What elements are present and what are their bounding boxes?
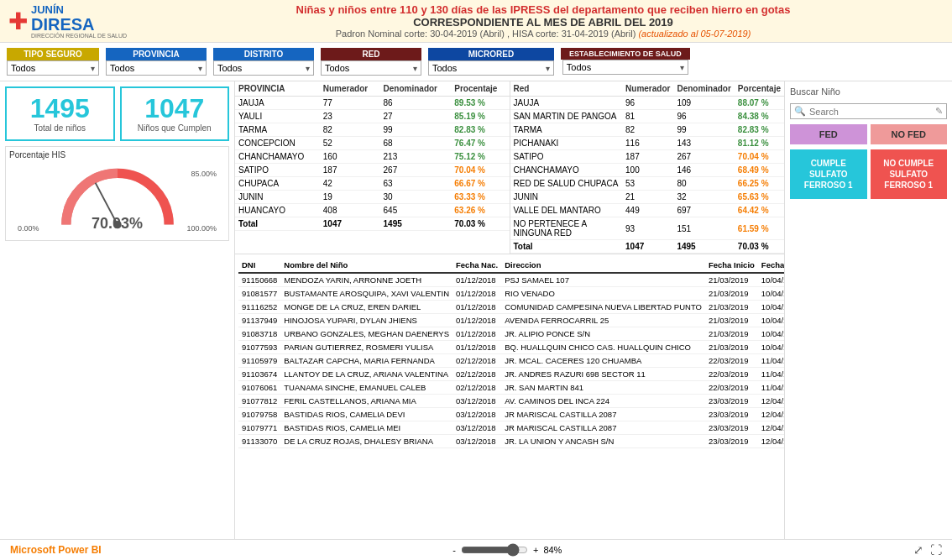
table-row: 91077812FERIL CASTELLANOS, ARIANA MIA03/… xyxy=(238,395,784,408)
province-table: PROVINCIA Numerador Denominador Procenta… xyxy=(235,81,510,254)
red-table: Red Numerador Denominador Porcentaje JAU… xyxy=(510,81,785,254)
logo-diresa: DIRESA xyxy=(31,16,127,33)
table-row: CHANCHAMAYO16021375.12 % xyxy=(235,150,510,164)
zoom-value: 84% xyxy=(543,545,562,555)
bottom-table-container[interactable]: DNINombre del NiñoFecha Nac.DireccionFec… xyxy=(235,254,784,539)
gauge-max-label: 100.00% xyxy=(186,224,217,233)
cumple-button[interactable]: CUMPLE SULFATO FERROSO 1 xyxy=(790,149,867,199)
tipo-seguro-select[interactable]: Todos ▾ xyxy=(7,60,99,76)
col-red: Red xyxy=(510,81,623,97)
table-row: 91079758BASTIDAS RIOS, CAMELIA DEVI03/12… xyxy=(238,408,784,421)
table-row: CHUPACA426366.67 % xyxy=(235,177,510,191)
table-row: 91105979BALTAZAR CAPCHA, MARIA FERNANDA0… xyxy=(238,354,784,368)
table-row: CHANCHAMAYO10014668.49 % xyxy=(510,164,785,177)
gauge-min-label: 0.00% xyxy=(18,224,39,233)
main-content: 1495 Total de niños 1047 Niños que Cumpl… xyxy=(0,81,952,539)
ninos-cumplen-label: Niños que Cumplen xyxy=(128,123,222,133)
chevron-down-icon: ▾ xyxy=(198,64,202,73)
date-info: Padron Nominal corte: 30-04-2019 (Abril)… xyxy=(143,29,944,39)
table-row: 91116252MONGE DE LA CRUZ, EREN DARIEL01/… xyxy=(238,301,784,314)
table-row: VALLE DEL MANTARO44969764.42 % xyxy=(510,204,785,217)
logo-area: ✚ JUNÍN DIRESA DIRECCIÓN REGIONAL DE SAL… xyxy=(8,3,143,39)
stats-row: 1495 Total de niños 1047 Niños que Cumpl… xyxy=(5,86,229,141)
table-row: CONCEPCION526876.47 % xyxy=(235,137,510,150)
distrito-select[interactable]: Todos ▾ xyxy=(213,60,314,76)
porcentaje-box: Porcentaje HIS 0.00% 85.00% xyxy=(5,146,229,241)
provincia-data-table: PROVINCIA Numerador Denominador Procenta… xyxy=(235,81,510,231)
red-select[interactable]: Todos ▾ xyxy=(321,60,421,76)
filters-bar: TIPO SEGURO Todos ▾ PROVINCIA Todos ▾ DI… xyxy=(0,43,952,81)
logo-text: JUNÍN DIRESA DIRECCIÓN REGIONAL DE SALUD xyxy=(31,3,127,39)
cumple-buttons-row: CUMPLE SULFATO FERROSO 1 NO CUMPLE SULFA… xyxy=(790,149,947,199)
table-row: 91079771BASTIDAS RIOS, CAMELIA MEI03/12/… xyxy=(238,421,784,435)
table-row: RED DE SALUD CHUPACA538066.25 % xyxy=(510,177,785,191)
total-row: Total1047149570.03 % xyxy=(235,217,510,231)
col-provincia: PROVINCIA xyxy=(235,81,320,97)
table-row: 91150668MENDOZA YARIN, ARRONNE JOETH01/1… xyxy=(238,273,784,287)
zoom-minus[interactable]: - xyxy=(452,545,456,555)
right-panel: Buscar Niño 🔍 ✎ FED NO FED CUMPLE SULFAT… xyxy=(784,81,952,539)
ninos-cumplen-box: 1047 Niños que Cumplen xyxy=(120,86,230,141)
nofed-button[interactable]: NO FED xyxy=(871,124,948,144)
provincia-select[interactable]: Todos ▾ xyxy=(106,60,207,76)
nocumple-button[interactable]: NO CUMPLE SULFATO FERROSO 1 xyxy=(871,149,948,199)
gauge-container: 0.00% 85.00% 100.00% 70.03% xyxy=(9,161,225,237)
table-row: JAUJA778689.53 % xyxy=(235,97,510,110)
fed-buttons-row: FED NO FED xyxy=(790,124,947,144)
table-row: 91137949HINOJOSA YUPARI, DYLAN JHIENS01/… xyxy=(238,314,784,327)
table-row: 91103674LLANTOY DE LA CRUZ, ARIANA VALEN… xyxy=(238,368,784,381)
col-denominador: Denominador xyxy=(380,81,452,97)
red-label: RED xyxy=(321,48,421,60)
zoom-plus[interactable]: + xyxy=(533,545,538,555)
porcentaje-title: Porcentaje HIS xyxy=(9,150,225,160)
share-icon[interactable]: ⤢ xyxy=(913,543,923,557)
col-numerador-red: Numerador xyxy=(622,81,673,97)
updated-text: (actualizado al 05-07-2019) xyxy=(638,29,751,39)
chevron-down-icon: ▾ xyxy=(413,64,417,73)
table-row: TARMA829982.83 % xyxy=(235,123,510,137)
col-porcentaje-red: Porcentaje xyxy=(735,81,784,97)
zoom-slider[interactable] xyxy=(461,543,528,557)
table-row: SATIPO18726770.04 % xyxy=(510,150,785,164)
left-panel: 1495 Total de niños 1047 Niños que Cumpl… xyxy=(0,81,235,539)
table-row: 91076061TUANAMA SINCHE, EMANUEL CALEB02/… xyxy=(238,381,784,395)
main-title: Niñas y niños entre 110 y 130 días de la… xyxy=(143,3,944,16)
ninos-cumplen-value: 1047 xyxy=(128,95,222,122)
tables-top: PROVINCIA Numerador Denominador Procenta… xyxy=(235,81,784,254)
logo-junin: JUNÍN xyxy=(31,3,127,16)
header-title: Niñas y niños entre 110 y 130 días de la… xyxy=(143,3,944,39)
table-row: 91133070DE LA CRUZ ROJAS, DHALESY BRIANA… xyxy=(238,435,784,448)
logo-sub: DIRECCIÓN REGIONAL DE SALUD xyxy=(31,33,127,39)
establecimiento-select[interactable]: Todos ▾ xyxy=(562,60,688,75)
table-row: TARMA829982.83 % xyxy=(510,123,785,137)
powerbi-link[interactable]: Microsoft Power BI xyxy=(10,544,102,556)
search-box: 🔍 ✎ xyxy=(790,103,947,119)
filter-red: RED Todos ▾ xyxy=(321,48,421,76)
col-numerador: Numerador xyxy=(320,81,380,97)
table-row: SATIPO18726770.04 % xyxy=(235,164,510,177)
filter-establecimiento: ESTABLECIMIENTO DE SALUD Todos ▾ xyxy=(561,48,690,75)
buscar-label: Buscar Niño xyxy=(790,86,947,97)
chevron-down-icon: ▾ xyxy=(306,64,310,73)
microred-select[interactable]: Todos ▾ xyxy=(428,60,554,76)
tipo-seguro-label: TIPO SEGURO xyxy=(7,48,99,60)
table-row: SAN MARTIN DE PANGOA819684.38 % xyxy=(510,110,785,123)
search-input[interactable] xyxy=(809,107,932,117)
main-container: ✚ JUNÍN DIRESA DIRECCIÓN REGIONAL DE SAL… xyxy=(0,0,952,560)
provincia-label: PROVINCIA xyxy=(106,48,207,60)
footer-icons: ⤢ ⛶ xyxy=(913,543,942,557)
distrito-label: DISTRITO xyxy=(213,48,314,60)
fed-button[interactable]: FED xyxy=(790,124,867,144)
col-procentaje: Procentaje xyxy=(451,81,509,97)
col-denominador-red: Denominador xyxy=(673,81,734,97)
edit-icon[interactable]: ✎ xyxy=(935,106,943,117)
zoom-controls: - + 84% xyxy=(452,543,562,557)
chevron-down-icon: ▾ xyxy=(546,64,550,73)
fullscreen-icon[interactable]: ⛶ xyxy=(930,543,942,557)
filter-microred: MICRORED Todos ▾ xyxy=(428,48,554,76)
establecimiento-label: ESTABLECIMIENTO DE SALUD xyxy=(561,48,690,60)
filter-provincia: PROVINCIA Todos ▾ xyxy=(106,48,207,76)
chevron-down-icon: ▾ xyxy=(680,63,684,72)
filter-tipo-seguro: TIPO SEGURO Todos ▾ xyxy=(7,48,99,76)
footer: Microsoft Power BI - + 84% ⤢ ⛶ xyxy=(0,539,952,560)
